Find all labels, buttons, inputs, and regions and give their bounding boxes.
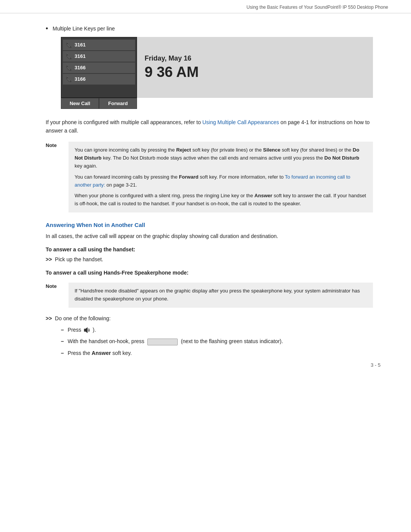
phone-left-panel: 📞 3161 📞 3161 📞 3166 📞 <box>61 37 137 98</box>
phone-time: 9 36 AM <box>145 64 365 80</box>
speakerphone-step: >> Do one of the following: <box>46 315 373 323</box>
dash-item-1: – Press ). <box>61 326 373 334</box>
dash-sym-2: – <box>61 337 64 345</box>
dash-sym-1: – <box>61 326 64 334</box>
main-content: • Multiple Line Keys per line 📞 3161 📞 3… <box>0 13 411 383</box>
line-key-illustration <box>147 339 178 345</box>
dash-item-3: – Press the Answer soft key. <box>61 349 373 357</box>
phone-date: Friday, May 16 <box>145 54 365 62</box>
phone-line-icon-1: 📞 <box>66 42 72 48</box>
page-header: Using the Basic Features of Your SoundPo… <box>0 0 411 13</box>
phone-display-container: 📞 3161 📞 3161 📞 3166 📞 <box>61 37 373 109</box>
note2-content: If "Handsfree mode disabled" appears on … <box>68 283 373 308</box>
note1-para2: You can forward incoming calls by pressi… <box>75 173 367 189</box>
page-container: Using the Basic Features of Your SoundPo… <box>0 0 411 383</box>
phone-line-1: 📞 3161 <box>63 40 135 50</box>
bullet-item: • Multiple Line Keys per line <box>46 25 373 33</box>
link-forward-call[interactable]: To forward an incoming call to another p… <box>75 174 350 188</box>
note1-container: Note You can ignore incoming calls by pr… <box>46 142 373 212</box>
note1-content: You can ignore incoming calls by pressin… <box>68 142 373 212</box>
link-multiple-call[interactable]: Using Multiple Call Appearances <box>202 119 279 125</box>
phone-line-3: 📞 3166 <box>63 62 135 73</box>
phone-empty-row <box>61 85 137 96</box>
svg-marker-0 <box>84 328 88 333</box>
phone-line-4: 📞 3166 <box>63 74 135 85</box>
dash-2-text: With the handset on-hook, press (next to… <box>68 337 283 345</box>
dash-list: – Press ). – With the handset on-hook, p… <box>61 326 373 357</box>
handset-heading: To answer a call using the handset: <box>46 246 373 252</box>
note1-para3: When your phone is configured with a sil… <box>75 192 367 208</box>
arrow-prefix-2: >> <box>46 315 52 323</box>
softkey-forward[interactable]: Forward <box>99 98 137 109</box>
handset-step-text: Pick up the handset. <box>55 256 103 264</box>
speakerphone-heading: To answer a call using Hands-Free Speake… <box>46 270 373 276</box>
phone-line-icon-2: 📞 <box>66 53 72 59</box>
para1-text: If your phone is configured with multipl… <box>46 119 202 125</box>
speaker-icon <box>83 327 92 334</box>
bullet-dot: • <box>46 25 48 33</box>
handset-step: >> Pick up the handset. <box>46 256 373 264</box>
section-para: In all cases, the active call will appea… <box>46 232 373 240</box>
link-text: Using Multiple Call Appearances <box>202 119 279 125</box>
note1-label: Note <box>46 142 68 148</box>
section-heading-answering: Answering When Not in Another Call <box>46 222 373 228</box>
note2-container: Note If "Handsfree mode disabled" appear… <box>46 283 373 308</box>
page-number: 3 - 5 <box>371 362 381 368</box>
note2-label: Note <box>46 283 68 289</box>
bullet-section: • Multiple Line Keys per line 📞 3161 📞 3… <box>46 25 373 109</box>
phone-right-panel: Friday, May 16 9 36 AM <box>137 37 373 98</box>
phone-line-icon-3: 📞 <box>66 65 72 71</box>
phone-line-number-3: 3166 <box>75 65 86 70</box>
header-text: Using the Basic Features of Your SoundPo… <box>247 5 388 10</box>
dash-3-text: Press the Answer soft key. <box>68 349 132 357</box>
arrow-prefix-1: >> <box>46 256 52 264</box>
dash-1-text: Press ). <box>68 326 96 334</box>
phone-line-number-4: 3166 <box>75 76 86 82</box>
phone-line-number-2: 3161 <box>75 53 86 59</box>
para-call-appearances: If your phone is configured with multipl… <box>46 118 373 135</box>
phone-line-icon-4: 📞 <box>66 76 72 82</box>
phone-line-number-1: 3161 <box>75 42 86 48</box>
phone-line-2: 📞 3161 <box>63 51 135 62</box>
softkey-new-call[interactable]: New Call <box>61 98 99 109</box>
note2-para: If "Handsfree mode disabled" appears on … <box>75 287 367 303</box>
phone-row: 📞 3161 📞 3161 📞 3166 📞 <box>61 37 373 98</box>
speakerphone-step-text: Do one of the following: <box>55 315 110 323</box>
dash-sym-3: – <box>61 349 64 357</box>
phone-softkeys: New Call Forward <box>61 98 137 109</box>
bullet-label: Multiple Line Keys per line <box>53 25 115 33</box>
dash-item-2: – With the handset on-hook, press (next … <box>61 337 373 345</box>
note1-para1: You can ignore incoming calls by pressin… <box>75 146 367 170</box>
